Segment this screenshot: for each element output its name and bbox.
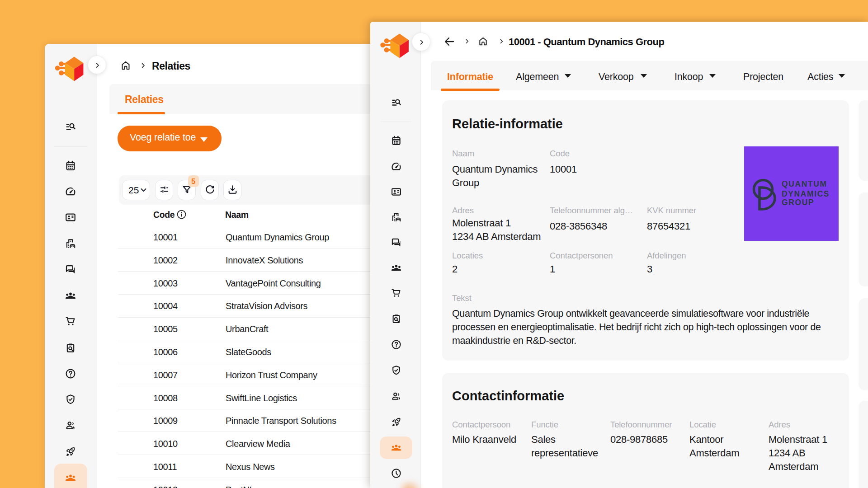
svg-text:QUANTUM: QUANTUM: [782, 179, 827, 188]
svg-text:DYNAMICS: DYNAMICS: [782, 189, 830, 198]
svg-text:GROUP: GROUP: [782, 198, 814, 207]
